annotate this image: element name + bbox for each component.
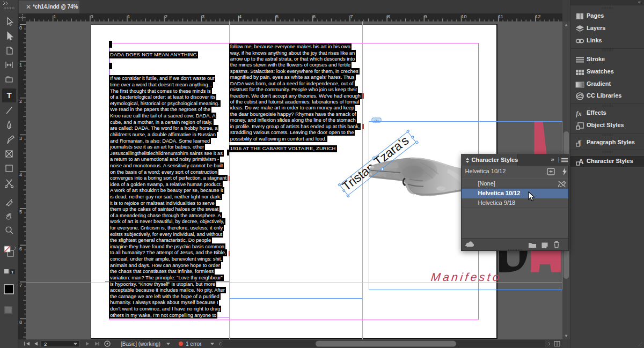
svg-text:2: 2 — [44, 341, 47, 347]
svg-text:[Basic] (working): [Basic] (working) — [121, 341, 160, 347]
svg-text:fx: fx — [576, 109, 582, 117]
svg-text:T: T — [11, 270, 14, 275]
svg-text:1 error: 1 error — [186, 341, 202, 347]
